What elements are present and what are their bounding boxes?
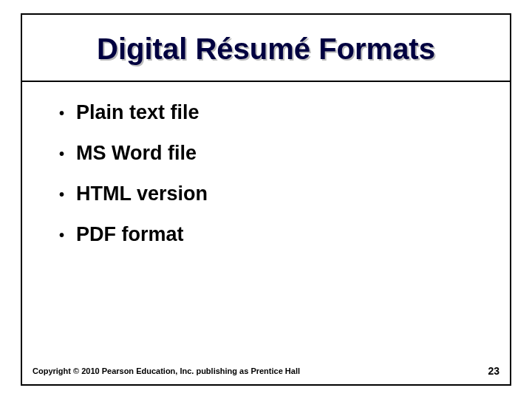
slide-frame: Digital Résumé Formats • Plain text file…	[21, 13, 511, 386]
bullet-icon: •	[59, 146, 64, 161]
bullet-text: Plain text file	[76, 101, 200, 124]
bullet-text: HTML version	[76, 183, 208, 205]
list-item: • HTML version	[59, 183, 480, 205]
bullet-text: PDF format	[76, 223, 184, 246]
bullet-icon: •	[59, 228, 64, 242]
list-item: • Plain text file	[59, 101, 480, 124]
bullet-text: MS Word file	[76, 142, 197, 165]
list-item: • MS Word file	[59, 142, 480, 165]
list-item: • PDF format	[59, 223, 480, 246]
title-block: Digital Résumé Formats	[22, 15, 510, 82]
content-area: • Plain text file • MS Word file • HTML …	[22, 82, 510, 271]
footer: Copyright © 2010 Pearson Education, Inc.…	[33, 365, 499, 377]
slide-title: Digital Résumé Formats	[37, 33, 495, 66]
bullet-icon: •	[59, 187, 64, 202]
page-number: 23	[488, 365, 499, 377]
bullet-icon: •	[59, 106, 64, 120]
copyright-text: Copyright © 2010 Pearson Education, Inc.…	[33, 366, 300, 375]
